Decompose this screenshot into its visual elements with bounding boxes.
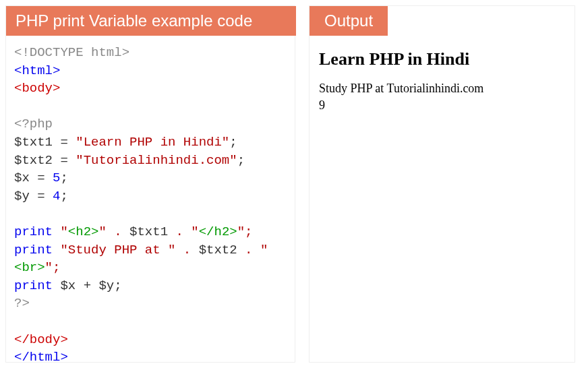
code-str: "Tutorialinhindi.com" (76, 153, 237, 168)
output-line-1: Study PHP at Tutorialinhindi.com (319, 80, 565, 97)
code-body-close: </body> (14, 332, 68, 347)
code-semi: "; (45, 260, 61, 275)
code-num: 5 (53, 171, 60, 185)
output-block: Learn PHP in Hindi Study PHP at Tutorial… (310, 36, 575, 127)
code-num: 4 (53, 189, 60, 204)
code-eq: = (53, 135, 76, 150)
code-var-y: $y (98, 278, 114, 293)
code-php-open: <?php (14, 117, 53, 131)
code-str: " (53, 224, 68, 239)
code-tag-h2: <h2> (68, 224, 99, 239)
code-block: <!DOCTYPE html> <html> <body> <?php $txt… (6, 36, 295, 368)
code-op: + (76, 278, 98, 293)
code-eq: = (30, 189, 53, 204)
code-var-txt2: $txt2 (14, 153, 53, 168)
code-semi: ; (60, 171, 67, 185)
code-var: $txt1 (129, 224, 168, 239)
code-var-y: $y (14, 189, 30, 204)
code-eq: = (30, 171, 53, 185)
code-body-open: <body> (14, 81, 60, 96)
code-doctype: <!DOCTYPE html> (14, 45, 129, 60)
code-var-txt1: $txt1 (14, 135, 53, 150)
code-var: $txt2 (199, 243, 237, 257)
code-panel-title: PHP print Variable example code (6, 6, 296, 36)
code-str: " . (98, 224, 129, 239)
code-str: "Learn PHP in Hindi" (76, 135, 229, 150)
code-semi: "; (237, 224, 253, 239)
code-eq: = (53, 153, 76, 168)
output-panel: Output Learn PHP in Hindi Study PHP at T… (309, 5, 575, 363)
code-tag-br: <br> (14, 260, 45, 275)
code-php-close: ?> (14, 296, 30, 311)
output-panel-title: Output (310, 6, 388, 36)
code-panel: PHP print Variable example code <!DOCTYP… (5, 5, 295, 363)
code-print: print (14, 278, 53, 293)
code-semi: ; (237, 153, 245, 168)
code-html-open: <html> (14, 63, 60, 78)
code-semi: ; (60, 189, 67, 204)
output-heading: Learn PHP in Hindi (319, 49, 565, 69)
code-html-close: </html> (14, 350, 68, 365)
code-semi: ; (114, 278, 121, 293)
code-var-x: $x (14, 171, 30, 185)
code-semi: ; (229, 135, 237, 150)
output-line-2: 9 (319, 97, 565, 114)
code-str: . " (168, 224, 199, 239)
code-print: print (14, 243, 53, 257)
code-print: print (14, 224, 53, 239)
code-var-x: $x (60, 278, 76, 293)
code-str: . " (237, 243, 268, 257)
code-sp (53, 278, 60, 293)
code-tag-h2-close: </h2> (199, 224, 237, 239)
code-str: "Study PHP at " . (53, 243, 199, 257)
